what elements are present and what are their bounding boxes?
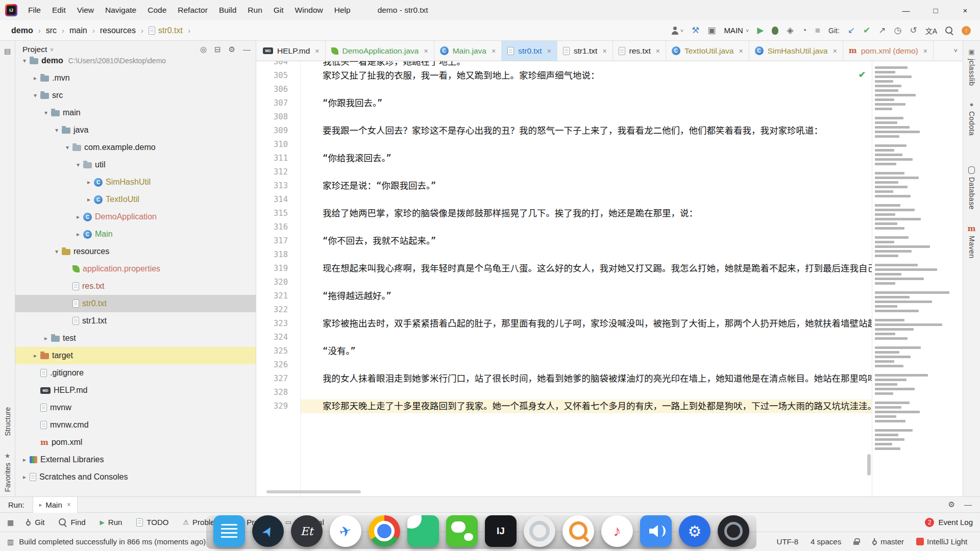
right-stripe-database-button[interactable]: Database <box>968 166 976 210</box>
menu-build[interactable]: Build <box>213 0 242 20</box>
close-icon[interactable]: × <box>492 47 496 55</box>
status-message[interactable]: Build completed successfully in 866 ms (… <box>19 537 206 546</box>
toolbar-git-button[interactable]: Git <box>25 518 44 527</box>
right-stripe-maven-button[interactable]: Maven <box>968 225 976 259</box>
tree-row-com.example.demo[interactable]: ▾com.example.demo <box>15 139 256 156</box>
tab-str1.txt[interactable]: str1.txt× <box>557 41 613 61</box>
dock-volume-mixer-icon[interactable] <box>640 515 672 547</box>
chevron-expanded-icon[interactable]: ▾ <box>19 57 30 64</box>
device-preview-button[interactable]: ▣ <box>707 25 716 36</box>
code-line-320[interactable]: 320 <box>256 276 872 289</box>
inspections-ok-icon[interactable] <box>859 69 866 80</box>
code-line-329[interactable]: 329家珍那天晚上走了十多里夜路回到了我家。她一个孤身女人，又怀着七个多月的有庆… <box>256 399 872 413</box>
run-tab-main[interactable]: ▸ Main × <box>33 497 78 513</box>
stop-button[interactable]: ■ <box>815 26 820 36</box>
chevron-collapsed-icon[interactable]: ▸ <box>73 213 83 220</box>
menu-file[interactable]: File <box>22 0 46 20</box>
code-line-328[interactable]: 328 <box>256 386 872 399</box>
tree-row-simhashutil[interactable]: ▸SimHashUtil <box>15 173 256 191</box>
search-everywhere-button[interactable] <box>945 27 953 35</box>
coverage-button[interactable]: ◈ <box>787 25 793 36</box>
dock-intellij-idea-icon[interactable]: IJ <box>485 515 517 547</box>
chevron-collapsed-icon[interactable]: ▸ <box>73 231 83 238</box>
breadcrumb-src[interactable]: src <box>45 26 58 35</box>
menu-code[interactable]: Code <box>142 0 172 20</box>
tree-row-main[interactable]: ▸Main <box>15 226 256 243</box>
minimize-panel-icon[interactable]: — <box>964 500 972 509</box>
dock-notepad-icon[interactable] <box>213 515 245 547</box>
encoding-widget[interactable]: UTF-8 <box>777 537 799 546</box>
tab-main.java[interactable]: Main.java× <box>434 41 502 61</box>
code-area[interactable]: 304我低头一看是家珍，她跪在了地上。305家珍又扯了扯我的衣服，我一看，她又跪… <box>256 61 872 496</box>
git-commit-button[interactable]: ✔ <box>863 25 870 36</box>
menu-git[interactable]: Git <box>268 0 289 20</box>
tree-row-.mvn[interactable]: ▸.mvn <box>15 69 256 87</box>
tab-help.md[interactable]: HELP.md× <box>257 41 326 61</box>
tree-row-demo[interactable]: ▾demoC:\Users\20810\Desktop\demo <box>15 52 256 69</box>
close-icon[interactable]: × <box>739 47 743 55</box>
dock-green-app-icon[interactable] <box>407 515 439 547</box>
close-icon[interactable]: × <box>67 500 71 509</box>
menu-help[interactable]: Help <box>329 0 356 20</box>
tree-row-mvnw[interactable]: mvnw <box>15 399 256 416</box>
tree-row-util[interactable]: ▾util <box>15 156 256 173</box>
code-line-324[interactable]: 324 <box>256 331 872 344</box>
tree-row-.gitignore[interactable]: .gitignore <box>15 364 256 382</box>
code-line-325[interactable]: 325“没有。” <box>256 344 872 358</box>
ide-update-button[interactable] <box>962 26 971 35</box>
code-line-304[interactable]: 304我低头一看是家珍，她跪在了地上。 <box>256 61 872 69</box>
tree-row-pom.xml[interactable]: pom.xml <box>15 434 256 451</box>
code-line-306[interactable]: 306 <box>256 83 872 96</box>
hidden-tabs-icon[interactable]: ˅ <box>953 41 958 61</box>
profile-user-button[interactable]: ˅ <box>671 27 683 35</box>
translate-button[interactable]: 文A <box>925 26 937 36</box>
code-line-318[interactable]: 318 <box>256 248 872 262</box>
indent-widget[interactable]: 4 spaces <box>811 537 841 546</box>
tree-row-str0.txt[interactable]: str0.txt <box>15 295 256 312</box>
git-branch-widget[interactable]: master <box>871 537 904 546</box>
chevron-collapsed-icon[interactable]: ▸ <box>41 335 51 342</box>
code-line-305[interactable]: 305家珍又扯了扯我的衣服，我一看，她又跪到地上。家珍细声细气地说： <box>256 69 872 83</box>
chevron-collapsed-icon[interactable]: ▸ <box>19 473 30 481</box>
gear-icon[interactable]: ⚙ <box>948 500 955 509</box>
chevron-collapsed-icon[interactable]: ▸ <box>30 74 40 82</box>
vertical-scrollbar[interactable] <box>867 454 871 475</box>
status-grid-icon[interactable]: ▥ <box>7 538 14 546</box>
tree-row-external-libraries[interactable]: ▸External Libraries <box>15 451 256 468</box>
right-stripe-codota-button[interactable]: ●Codota <box>968 101 976 136</box>
horizontal-scrollbar[interactable] <box>266 490 361 493</box>
code-line-321[interactable]: 321“拖得越远越好。” <box>256 289 872 303</box>
close-icon[interactable]: × <box>602 47 606 55</box>
history-button[interactable]: ◷ <box>894 25 902 36</box>
tree-row-textioutil[interactable]: ▸TextIoUtil <box>15 191 256 208</box>
code-line-310[interactable]: 310 <box>256 138 872 152</box>
chevron-expanded-icon[interactable]: ▾ <box>41 109 51 116</box>
menu-view[interactable]: View <box>71 0 100 20</box>
tree-row-test[interactable]: ▸test <box>15 330 256 347</box>
code-line-311[interactable]: 311“你给我滚回去。” <box>256 152 872 165</box>
dock-settings-app-icon[interactable]: ⚙ <box>679 515 710 547</box>
code-line-322[interactable]: 322 <box>256 303 872 317</box>
code-line-326[interactable]: 326 <box>256 358 872 372</box>
favorites-tool-button[interactable]: ★ Favorites <box>0 452 15 492</box>
tree-row-java[interactable]: ▾java <box>15 121 256 139</box>
chevron-expanded-icon[interactable]: ▾ <box>30 92 40 99</box>
chevron-expanded-icon[interactable]: ▾ <box>52 127 62 134</box>
chevron-expanded-icon[interactable]: ▾ <box>73 161 83 168</box>
build-hammer-button[interactable]: ⚒ <box>692 25 699 36</box>
menu-edit[interactable]: Edit <box>46 0 71 20</box>
dock-chrome-icon[interactable] <box>369 515 400 547</box>
readonly-lock-widget[interactable] <box>853 538 859 545</box>
chevron-collapsed-icon[interactable]: ▸ <box>30 352 40 359</box>
code-line-307[interactable]: 307“你跟我回去。” <box>256 96 872 110</box>
tree-row-main[interactable]: ▾main <box>15 104 256 121</box>
close-icon[interactable]: × <box>547 47 551 55</box>
git-label-button[interactable]: Git: <box>828 27 840 35</box>
dock-music-player-icon[interactable]: ♪ <box>601 515 633 547</box>
code-line-317[interactable]: 317“你不回去，我就不站起来。” <box>256 234 872 248</box>
tree-row-src[interactable]: ▾src <box>15 87 256 104</box>
close-icon[interactable]: × <box>424 47 428 55</box>
close-icon[interactable]: × <box>923 47 927 55</box>
code-line-308[interactable]: 308 <box>256 110 872 124</box>
menu-navigate[interactable]: Navigate <box>100 0 142 20</box>
